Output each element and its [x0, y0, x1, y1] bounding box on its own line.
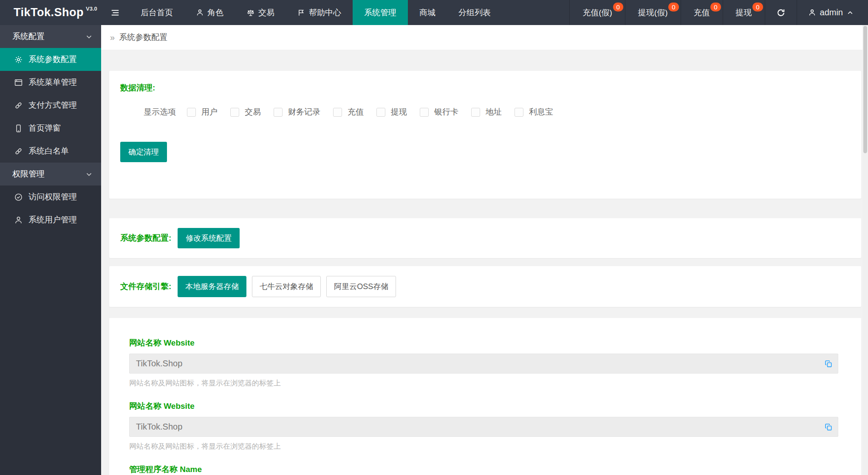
menu-window-icon [14, 78, 23, 87]
top-navigation: 后台首页 角色 交易 帮助中心 系统管理 商城 分组列表 [129, 0, 502, 25]
sidebar-item-label: 系统白名单 [28, 146, 69, 157]
sidebar-item-label: 访问权限管理 [28, 191, 77, 202]
checkbox-recharge[interactable]: 充值 [333, 107, 364, 118]
modify-system-config-button[interactable]: 修改系统配置 [178, 228, 240, 248]
checkbox[interactable] [187, 108, 196, 117]
website-name-input[interactable] [129, 354, 838, 374]
nav-label: 交易 [258, 7, 274, 18]
sidebar-group-permissions[interactable]: 权限管理 [0, 163, 101, 186]
gear-icon [14, 55, 23, 64]
group-label: 权限管理 [12, 169, 45, 180]
nav-label: 充值 [694, 7, 710, 18]
checkbox-label: 交易 [245, 107, 261, 118]
username: admin [820, 8, 843, 17]
checkbox-withdraw[interactable]: 提现 [376, 107, 407, 118]
data-clean-label: 数据清理: [120, 82, 850, 93]
copy-icon[interactable] [824, 360, 833, 368]
user-icon [808, 8, 816, 17]
checkbox[interactable] [420, 108, 429, 117]
nav-withdraw[interactable]: 提现 0 [723, 0, 765, 25]
topbar-right: 充值(假) 0 提现(假) 0 充值 0 提现 0 admin [569, 0, 868, 25]
sidebar-group-system-config[interactable]: 系统配置 [0, 25, 101, 48]
sidebar-item-system-params[interactable]: 系统参数配置 [0, 48, 101, 71]
checkbox[interactable] [274, 108, 283, 117]
nav-label: 分组列表 [458, 7, 491, 18]
nav-roles[interactable]: 角色 [184, 0, 235, 25]
chevron-down-icon [85, 33, 93, 40]
hamburger-menu-icon[interactable] [101, 0, 129, 25]
scrollbar-thumb[interactable] [863, 26, 867, 153]
nav-dashboard[interactable]: 后台首页 [129, 0, 184, 25]
nav-recharge[interactable]: 充值 0 [681, 0, 723, 25]
checkbox-users[interactable]: 用户 [187, 107, 218, 118]
mobile-icon [14, 124, 23, 133]
nav-transactions[interactable]: 交易 [235, 0, 286, 25]
checkbox[interactable] [230, 108, 239, 117]
sidebar-item-home-popup[interactable]: 首页弹窗 [0, 117, 101, 140]
withdraw-badge: 0 [752, 3, 763, 11]
checkbox-financial-records[interactable]: 财务记录 [274, 107, 320, 118]
flag-icon [297, 8, 305, 17]
sidebar-item-whitelist[interactable]: 系统白名单 [0, 140, 101, 163]
data-clean-options: 显示选项 用户 交易 财务记录 充值 [144, 107, 850, 118]
user-menu[interactable]: admin [797, 0, 868, 25]
checkbox[interactable] [333, 108, 342, 117]
link-icon [14, 101, 23, 110]
field-website-name-2: 网站名称 Website 网站名称及网站图标，将显示在浏览器的标签上 [129, 401, 838, 451]
nav-withdraw-fake[interactable]: 提现(假) 0 [625, 0, 681, 25]
nav-label: 提现(假) [638, 7, 668, 18]
refresh-button[interactable] [765, 0, 797, 25]
group-label: 系统配置 [12, 31, 45, 42]
link-icon [14, 147, 23, 156]
checkbox-bank-card[interactable]: 银行卡 [420, 107, 458, 118]
confirm-clean-button[interactable]: 确定清理 [120, 142, 167, 162]
nav-label: 系统管理 [364, 7, 396, 18]
system-config-label: 系统参数配置: [120, 233, 171, 244]
storage-aliyun-oss-button[interactable]: 阿里云OSS存储 [326, 276, 396, 297]
settings-form-card: 网站名称 Website 网站名称及网站图标，将显示在浏览器的标签上 网站名称 … [109, 318, 861, 475]
field-help: 网站名称及网站图标，将显示在浏览器的标签上 [129, 441, 838, 451]
checkbox-transactions[interactable]: 交易 [230, 107, 261, 118]
checkbox-label: 提现 [391, 107, 407, 118]
breadcrumb-title: 系统参数配置 [119, 32, 167, 43]
brand-logo[interactable]: TikTok.Shop V3.0 [0, 0, 101, 25]
chevron-down-icon [85, 171, 93, 178]
vertical-scrollbar[interactable] [862, 25, 868, 475]
copy-icon[interactable] [824, 423, 833, 431]
sidebar-item-label: 系统参数配置 [28, 54, 77, 65]
shield-check-icon [14, 193, 23, 202]
nav-label: 帮助中心 [309, 7, 341, 18]
sidebar-item-label: 支付方式管理 [28, 100, 77, 111]
sidebar-item-label: 首页弹窗 [28, 123, 61, 134]
main-area: » 系统参数配置 数据清理: 显示选项 用户 交易 [101, 25, 868, 475]
website-name-input-2[interactable] [129, 417, 838, 437]
nav-help-center[interactable]: 帮助中心 [286, 0, 353, 25]
sidebar-item-access-permissions[interactable]: 访问权限管理 [0, 186, 101, 208]
recharge-badge: 0 [710, 3, 721, 11]
checkbox-label: 用户 [201, 107, 218, 118]
storage-qiniu-button[interactable]: 七牛云对象存储 [252, 276, 321, 297]
nav-mall[interactable]: 商城 [408, 0, 447, 25]
nav-group-list[interactable]: 分组列表 [447, 0, 502, 25]
brand-version: V3.0 [86, 6, 97, 12]
sidebar-item-system-menu[interactable]: 系统菜单管理 [0, 71, 101, 94]
chevron-up-icon [847, 9, 854, 16]
sidebar-item-system-users[interactable]: 系统用户管理 [0, 208, 101, 231]
checkbox[interactable] [515, 108, 523, 117]
checkbox[interactable] [471, 108, 480, 117]
checkbox[interactable] [376, 108, 385, 117]
sidebar-item-label: 系统用户管理 [28, 214, 77, 225]
hamburger-icon [110, 8, 120, 17]
nav-system-management[interactable]: 系统管理 [353, 0, 408, 25]
checkbox-address[interactable]: 地址 [471, 107, 502, 118]
user-icon [196, 8, 204, 17]
field-admin-name: 管理程序名称 Name 管理程序名称，将显示在后台左上角标题 [129, 464, 838, 475]
nav-recharge-fake[interactable]: 充值(假) 0 [569, 0, 625, 25]
sidebar-item-payment-methods[interactable]: 支付方式管理 [0, 94, 101, 117]
field-label: 网站名称 Website [129, 401, 838, 412]
sidebar: 系统配置 系统参数配置 系统菜单管理 [0, 25, 101, 475]
recharge-fake-badge: 0 [613, 3, 623, 11]
storage-local-button[interactable]: 本地服务器存储 [178, 276, 246, 297]
checkbox-interest-treasure[interactable]: 利息宝 [515, 107, 553, 118]
storage-engine-card: 文件存储引擎: 本地服务器存储 七牛云对象存储 阿里云OSS存储 [109, 266, 861, 307]
